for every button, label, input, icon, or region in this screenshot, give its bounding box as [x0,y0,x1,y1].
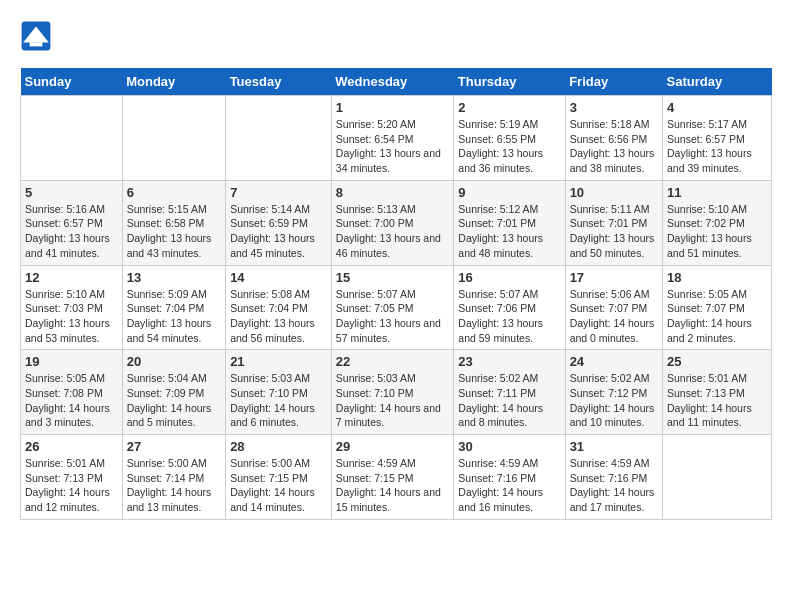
calendar-cell: 14Sunrise: 5:08 AM Sunset: 7:04 PM Dayli… [226,265,332,350]
calendar-cell: 4Sunrise: 5:17 AM Sunset: 6:57 PM Daylig… [663,96,772,181]
day-info: Sunrise: 5:07 AM Sunset: 7:05 PM Dayligh… [336,287,450,346]
calendar-week-row: 12Sunrise: 5:10 AM Sunset: 7:03 PM Dayli… [21,265,772,350]
calendar-table: SundayMondayTuesdayWednesdayThursdayFrid… [20,68,772,520]
day-info: Sunrise: 5:19 AM Sunset: 6:55 PM Dayligh… [458,117,560,176]
calendar-cell [663,435,772,520]
day-number: 11 [667,185,767,200]
column-header-tuesday: Tuesday [226,68,332,96]
day-number: 28 [230,439,327,454]
day-number: 23 [458,354,560,369]
day-number: 3 [570,100,658,115]
day-number: 4 [667,100,767,115]
day-info: Sunrise: 5:10 AM Sunset: 7:02 PM Dayligh… [667,202,767,261]
svg-rect-2 [30,42,43,46]
day-info: Sunrise: 5:00 AM Sunset: 7:14 PM Dayligh… [127,456,221,515]
calendar-header-row: SundayMondayTuesdayWednesdayThursdayFrid… [21,68,772,96]
day-number: 24 [570,354,658,369]
day-number: 22 [336,354,450,369]
column-header-wednesday: Wednesday [331,68,454,96]
column-header-saturday: Saturday [663,68,772,96]
column-header-monday: Monday [122,68,225,96]
calendar-cell: 31Sunrise: 4:59 AM Sunset: 7:16 PM Dayli… [565,435,662,520]
calendar-cell: 13Sunrise: 5:09 AM Sunset: 7:04 PM Dayli… [122,265,225,350]
day-info: Sunrise: 5:03 AM Sunset: 7:10 PM Dayligh… [336,371,450,430]
day-info: Sunrise: 5:12 AM Sunset: 7:01 PM Dayligh… [458,202,560,261]
day-info: Sunrise: 5:17 AM Sunset: 6:57 PM Dayligh… [667,117,767,176]
calendar-cell: 8Sunrise: 5:13 AM Sunset: 7:00 PM Daylig… [331,180,454,265]
day-number: 31 [570,439,658,454]
calendar-cell: 23Sunrise: 5:02 AM Sunset: 7:11 PM Dayli… [454,350,565,435]
day-info: Sunrise: 5:02 AM Sunset: 7:11 PM Dayligh… [458,371,560,430]
day-info: Sunrise: 4:59 AM Sunset: 7:15 PM Dayligh… [336,456,450,515]
calendar-cell [21,96,123,181]
day-number: 16 [458,270,560,285]
calendar-cell: 30Sunrise: 4:59 AM Sunset: 7:16 PM Dayli… [454,435,565,520]
day-info: Sunrise: 5:13 AM Sunset: 7:00 PM Dayligh… [336,202,450,261]
day-number: 6 [127,185,221,200]
calendar-cell: 1Sunrise: 5:20 AM Sunset: 6:54 PM Daylig… [331,96,454,181]
day-info: Sunrise: 5:09 AM Sunset: 7:04 PM Dayligh… [127,287,221,346]
day-info: Sunrise: 5:01 AM Sunset: 7:13 PM Dayligh… [667,371,767,430]
calendar-week-row: 1Sunrise: 5:20 AM Sunset: 6:54 PM Daylig… [21,96,772,181]
calendar-cell [226,96,332,181]
day-number: 30 [458,439,560,454]
calendar-cell: 22Sunrise: 5:03 AM Sunset: 7:10 PM Dayli… [331,350,454,435]
day-number: 15 [336,270,450,285]
day-info: Sunrise: 4:59 AM Sunset: 7:16 PM Dayligh… [458,456,560,515]
calendar-cell: 29Sunrise: 4:59 AM Sunset: 7:15 PM Dayli… [331,435,454,520]
day-info: Sunrise: 5:00 AM Sunset: 7:15 PM Dayligh… [230,456,327,515]
calendar-week-row: 5Sunrise: 5:16 AM Sunset: 6:57 PM Daylig… [21,180,772,265]
day-number: 19 [25,354,118,369]
day-number: 5 [25,185,118,200]
day-number: 1 [336,100,450,115]
day-info: Sunrise: 4:59 AM Sunset: 7:16 PM Dayligh… [570,456,658,515]
day-info: Sunrise: 5:20 AM Sunset: 6:54 PM Dayligh… [336,117,450,176]
day-number: 26 [25,439,118,454]
column-header-thursday: Thursday [454,68,565,96]
calendar-cell: 25Sunrise: 5:01 AM Sunset: 7:13 PM Dayli… [663,350,772,435]
calendar-cell: 6Sunrise: 5:15 AM Sunset: 6:58 PM Daylig… [122,180,225,265]
day-number: 27 [127,439,221,454]
day-number: 17 [570,270,658,285]
day-number: 13 [127,270,221,285]
calendar-cell: 10Sunrise: 5:11 AM Sunset: 7:01 PM Dayli… [565,180,662,265]
day-info: Sunrise: 5:04 AM Sunset: 7:09 PM Dayligh… [127,371,221,430]
calendar-cell: 7Sunrise: 5:14 AM Sunset: 6:59 PM Daylig… [226,180,332,265]
day-number: 21 [230,354,327,369]
day-number: 29 [336,439,450,454]
day-number: 8 [336,185,450,200]
calendar-cell: 27Sunrise: 5:00 AM Sunset: 7:14 PM Dayli… [122,435,225,520]
column-header-friday: Friday [565,68,662,96]
logo [20,20,56,52]
calendar-cell: 28Sunrise: 5:00 AM Sunset: 7:15 PM Dayli… [226,435,332,520]
calendar-cell: 15Sunrise: 5:07 AM Sunset: 7:05 PM Dayli… [331,265,454,350]
day-info: Sunrise: 5:15 AM Sunset: 6:58 PM Dayligh… [127,202,221,261]
day-number: 18 [667,270,767,285]
column-header-sunday: Sunday [21,68,123,96]
calendar-cell: 12Sunrise: 5:10 AM Sunset: 7:03 PM Dayli… [21,265,123,350]
day-number: 12 [25,270,118,285]
day-info: Sunrise: 5:05 AM Sunset: 7:07 PM Dayligh… [667,287,767,346]
calendar-cell: 16Sunrise: 5:07 AM Sunset: 7:06 PM Dayli… [454,265,565,350]
day-info: Sunrise: 5:03 AM Sunset: 7:10 PM Dayligh… [230,371,327,430]
day-info: Sunrise: 5:01 AM Sunset: 7:13 PM Dayligh… [25,456,118,515]
day-info: Sunrise: 5:10 AM Sunset: 7:03 PM Dayligh… [25,287,118,346]
calendar-cell: 21Sunrise: 5:03 AM Sunset: 7:10 PM Dayli… [226,350,332,435]
calendar-cell: 2Sunrise: 5:19 AM Sunset: 6:55 PM Daylig… [454,96,565,181]
calendar-cell: 18Sunrise: 5:05 AM Sunset: 7:07 PM Dayli… [663,265,772,350]
page-header [20,20,772,52]
calendar-cell: 20Sunrise: 5:04 AM Sunset: 7:09 PM Dayli… [122,350,225,435]
day-number: 25 [667,354,767,369]
day-info: Sunrise: 5:16 AM Sunset: 6:57 PM Dayligh… [25,202,118,261]
day-number: 10 [570,185,658,200]
calendar-cell: 17Sunrise: 5:06 AM Sunset: 7:07 PM Dayli… [565,265,662,350]
day-info: Sunrise: 5:07 AM Sunset: 7:06 PM Dayligh… [458,287,560,346]
calendar-week-row: 26Sunrise: 5:01 AM Sunset: 7:13 PM Dayli… [21,435,772,520]
day-info: Sunrise: 5:11 AM Sunset: 7:01 PM Dayligh… [570,202,658,261]
calendar-cell: 19Sunrise: 5:05 AM Sunset: 7:08 PM Dayli… [21,350,123,435]
calendar-cell: 24Sunrise: 5:02 AM Sunset: 7:12 PM Dayli… [565,350,662,435]
calendar-cell: 5Sunrise: 5:16 AM Sunset: 6:57 PM Daylig… [21,180,123,265]
calendar-cell [122,96,225,181]
day-number: 9 [458,185,560,200]
day-info: Sunrise: 5:14 AM Sunset: 6:59 PM Dayligh… [230,202,327,261]
